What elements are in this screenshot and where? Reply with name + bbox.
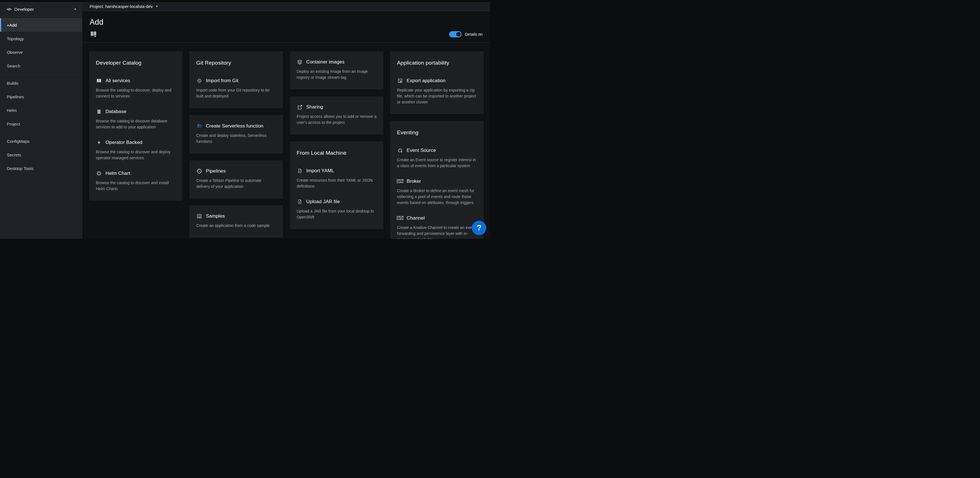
card-developer-catalog: Developer Catalog All services xyxy=(89,51,183,201)
nav-section-config: ConfigMaps Secrets Desktop Tools xyxy=(0,132,82,177)
channel-binary-icon: 10101101 xyxy=(397,216,403,221)
item-database: Database Browse the catalog to discover … xyxy=(96,109,176,130)
share-icon xyxy=(297,105,303,110)
item-broker: 10101101 Broker Create a Broker to defin… xyxy=(397,178,477,206)
catalog-book-plus-icon xyxy=(90,30,97,38)
card-from-local-machine: From Local Machine Im xyxy=(290,141,383,229)
nav-section-main: +Add Topology Observe Search xyxy=(0,16,82,74)
chevron-down-icon: ▾ xyxy=(156,5,158,8)
item-pipelines: Pipelines Create a Tekton Pipeline to au… xyxy=(196,168,276,189)
file-upload-icon xyxy=(297,199,303,205)
card-title: Application portability xyxy=(397,60,477,66)
item-sharing: Sharing Project access allows you to add… xyxy=(297,104,377,125)
database-link[interactable]: Database xyxy=(96,109,176,114)
card-sharing: Sharing Project access allows you to add… xyxy=(290,96,383,135)
cards-column-3: Container images Deploy an existing Imag… xyxy=(290,51,383,229)
item-event-source: Event Source Create an Event source to r… xyxy=(397,148,477,169)
sidebar-item-topology[interactable]: Topology xyxy=(0,32,82,45)
container-images-link[interactable]: Container images xyxy=(297,59,377,65)
card-serverless-function: fn Create Serverless function Create and… xyxy=(189,115,283,154)
item-upload-jar-file: Upload JAR file Upload a JAR file from y… xyxy=(297,199,377,220)
question-mark-icon: ? xyxy=(477,224,482,232)
sidebar-nav: +Add Topology Observe Search Builds Pipe… xyxy=(0,16,82,177)
helm-chart-link[interactable]: Helm Chart xyxy=(96,171,176,176)
broker-binary-icon: 10101101 xyxy=(397,179,403,184)
sidebar-item-add[interactable]: +Add xyxy=(0,18,82,32)
toggle-knob xyxy=(456,32,461,37)
item-import-yaml: Import YAML Create resources from their … xyxy=(297,168,377,189)
cards-column-4: Application portability xyxy=(390,51,484,239)
perspective-label: Developer xyxy=(14,7,34,12)
upload-jar-file-link[interactable]: Upload JAR file xyxy=(297,199,377,205)
item-container-images: Container images Deploy an existing Imag… xyxy=(297,59,377,81)
sidebar-item-project[interactable]: Project xyxy=(0,117,82,130)
card-samples: Samples Create an application from a cod… xyxy=(189,205,283,238)
file-code-icon xyxy=(297,168,303,174)
all-services-link[interactable]: All services xyxy=(96,78,176,84)
card-eventing: Eventing Event Source xyxy=(390,121,484,239)
item-helm-chart: Helm Chart Browse the catalog to discove… xyxy=(96,171,176,192)
serverless-fn-icon: fn xyxy=(196,123,202,129)
pipelines-link[interactable]: Pipelines xyxy=(196,168,276,174)
laptop-code-icon xyxy=(196,213,202,219)
add-cards-grid: Developer Catalog All services xyxy=(82,43,490,239)
item-channel: 10101101 Channel Create a Knative Channe… xyxy=(397,215,477,239)
project-selector-label: Project: harshcasper-localsta-dev xyxy=(90,4,153,9)
card-title: Eventing xyxy=(397,130,477,136)
nav-section-resources: Builds Pipelines Helm Project xyxy=(0,74,82,132)
sidebar-item-desktop-tools[interactable]: Desktop Tools xyxy=(0,162,82,175)
import-yaml-link[interactable]: Import YAML xyxy=(297,168,377,174)
card-title: Developer Catalog xyxy=(96,60,176,66)
tekton-pipelines-icon xyxy=(196,168,202,174)
cards-column-1: Developer Catalog All services xyxy=(89,51,183,201)
details-toggle-label: Details on xyxy=(465,32,483,37)
sidebar-item-helm[interactable]: Helm xyxy=(0,103,82,117)
item-samples: Samples Create an application from a cod… xyxy=(196,213,276,229)
sharing-link[interactable]: Sharing xyxy=(297,104,377,110)
add-page: Add Details on xyxy=(82,11,490,239)
helm-icon xyxy=(96,171,102,176)
card-container-images: Container images Deploy an existing Imag… xyxy=(290,51,383,89)
project-selector[interactable]: Project: harshcasper-localsta-dev ▾ xyxy=(90,4,158,9)
sidebar-item-observe[interactable]: Observe xyxy=(0,45,82,59)
database-icon xyxy=(96,109,102,114)
import-from-git-link[interactable]: Import from Git xyxy=(196,78,276,84)
window-top-strip xyxy=(0,0,490,2)
item-all-services: All services Browse the catalog to disco… xyxy=(96,78,176,99)
export-icon xyxy=(397,78,403,83)
sidebar-item-pipelines[interactable]: Pipelines xyxy=(0,90,82,103)
create-serverless-function-link[interactable]: fn Create Serverless function xyxy=(196,123,276,129)
card-git-repository: Git Repository xyxy=(189,51,283,108)
event-source-link[interactable]: Event Source xyxy=(397,148,477,153)
samples-link[interactable]: Samples xyxy=(196,213,276,219)
sidebar-item-secrets[interactable]: Secrets xyxy=(0,148,82,162)
page-title: Add xyxy=(90,18,483,27)
card-title: From Local Machine xyxy=(297,150,377,156)
item-create-serverless-function: fn Create Serverless function Create and… xyxy=(196,123,276,145)
layers-icon xyxy=(297,59,303,65)
channel-link[interactable]: 10101101 Channel xyxy=(397,215,477,221)
chevron-down-icon: ▾ xyxy=(74,7,76,11)
bolt-icon xyxy=(96,140,102,145)
perspective-switcher[interactable]: </> Developer ▾ xyxy=(0,0,82,16)
operator-backed-link[interactable]: Operator Backed xyxy=(96,140,176,145)
event-source-icon xyxy=(397,148,403,153)
sidebar: </> Developer ▾ +Add Topology Observe Se… xyxy=(0,0,82,239)
book-icon xyxy=(96,78,102,84)
item-operator-backed: Operator Backed Browse the catalog to di… xyxy=(96,140,176,161)
openshift-developer-console: </> Developer ▾ +Add Topology Observe Se… xyxy=(0,0,490,239)
page-header: Add Details on xyxy=(82,11,490,43)
main-area: Project: harshcasper-localsta-dev ▾ Add xyxy=(82,0,490,239)
sidebar-item-search[interactable]: Search xyxy=(0,59,82,73)
card-pipelines: Pipelines Create a Tekton Pipeline to au… xyxy=(189,160,283,199)
item-export-application: Export application Replicate your applic… xyxy=(397,78,477,105)
broker-link[interactable]: 10101101 Broker xyxy=(397,178,477,184)
export-application-link[interactable]: Export application xyxy=(397,78,477,84)
card-title: Git Repository xyxy=(196,60,276,66)
help-button[interactable]: ? xyxy=(472,221,486,235)
item-import-from-git: Import from Git Import code from your Gi… xyxy=(196,78,276,99)
sidebar-item-builds[interactable]: Builds xyxy=(0,76,82,90)
sidebar-item-configmaps[interactable]: ConfigMaps xyxy=(0,134,82,148)
cards-column-2: Git Repository xyxy=(189,51,283,238)
details-toggle-switch[interactable] xyxy=(449,31,461,37)
